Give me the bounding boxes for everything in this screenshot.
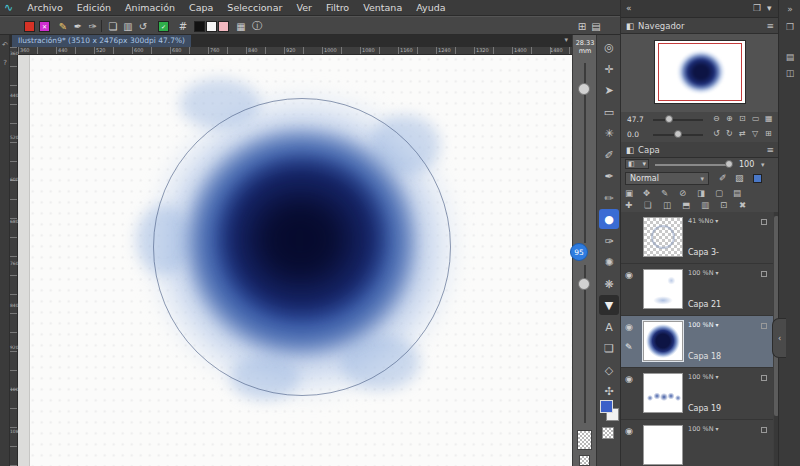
merge-layer-icon[interactable]: ▥ — [701, 200, 709, 210]
red-color-chip[interactable] — [24, 21, 35, 32]
layer-thumbnail[interactable] — [643, 373, 683, 413]
layer-thumbnail[interactable] — [643, 425, 683, 465]
canvas-viewport[interactable] — [18, 55, 572, 466]
collapse-panels-icon[interactable]: « — [626, 3, 632, 13]
pen-icon[interactable]: ✒ — [71, 19, 85, 33]
window-dock-icon[interactable]: ❐ — [779, 22, 800, 32]
lock-move-icon[interactable]: ✥ — [643, 188, 650, 198]
rotate-right-button[interactable]: ↻ — [726, 129, 733, 138]
rotate-icon[interactable]: ↺ — [136, 19, 150, 33]
black-color-chip[interactable] — [194, 21, 205, 32]
eyedropper-tool[interactable]: ✐ — [599, 145, 619, 165]
draft-pen-icon[interactable]: ✐ — [719, 173, 727, 183]
flip-horizontal-button[interactable]: ⇄ — [739, 129, 746, 138]
layer-mask-icon[interactable]: ▨ — [735, 173, 744, 183]
transparency-swatch[interactable] — [577, 430, 592, 450]
document-tab[interactable]: Ilustración9* (3510 x 2476px 300dpi 47.7… — [12, 35, 191, 47]
layer-row[interactable]: 41 %No▾ Capa 3- — [621, 212, 773, 264]
clip-below-icon[interactable]: ▣ — [625, 188, 633, 198]
navigator-view-frame[interactable] — [658, 43, 742, 101]
layer-thumbnail[interactable] — [643, 321, 683, 361]
menu-filtro[interactable]: Filtro — [319, 2, 356, 13]
hand-tool[interactable]: ✣ — [599, 381, 619, 401]
panel-caret-icon[interactable]: ▾ — [767, 3, 772, 13]
zoom-in-button[interactable]: ⊕ — [726, 114, 733, 123]
green-color-chip[interactable]: ✓ — [158, 21, 169, 32]
layout-icon[interactable]: ▥ — [121, 19, 135, 33]
layer-select-box[interactable] — [761, 427, 767, 433]
lock-transparent-icon[interactable]: ⊘ — [679, 188, 686, 198]
selection-tool[interactable]: ▭ — [599, 102, 619, 122]
grid-icon[interactable]: ▦ — [234, 19, 248, 33]
blend-mode-dropdown[interactable]: Normal ▾ — [625, 172, 709, 185]
visibility-eye-icon[interactable]: ◉ — [625, 322, 633, 332]
zoom-out-button[interactable]: ⊖ — [713, 114, 720, 123]
auto-select-tool[interactable]: ✳ — [599, 123, 619, 143]
create-mask-icon[interactable]: ⊡ — [720, 200, 727, 210]
brush-size-slider-thumb[interactable] — [578, 83, 590, 95]
subtool-dock-icon[interactable]: ▤ — [779, 52, 800, 62]
rotation-slider-thumb[interactable] — [674, 130, 682, 138]
layer-opacity-slider-thumb[interactable] — [725, 160, 733, 168]
panel-list-icon[interactable]: ◧ — [626, 21, 634, 31]
info-icon[interactable]: ⓘ — [250, 19, 264, 33]
text-tool[interactable]: A — [599, 317, 619, 337]
rotate-left-button[interactable]: ↺ — [713, 129, 720, 138]
pink-color-chip[interactable] — [218, 21, 229, 32]
new-layer-icon[interactable]: ✚ — [625, 200, 632, 210]
effect-combo[interactable]: ◧ ▾ — [625, 159, 649, 169]
layer-select-box[interactable] — [761, 375, 767, 381]
watercolor-tool-selected[interactable]: ● — [599, 209, 619, 229]
expand-panels-icon[interactable]: » — [779, 4, 800, 14]
new-vector-layer-icon[interactable]: ❏ — [644, 200, 652, 210]
layer-row[interactable]: ◉ 100 %N▾ Capa 19 — [621, 368, 773, 420]
brush-opacity-slider-thumb[interactable] — [578, 278, 590, 290]
material-palette-handle[interactable]: ‹ — [772, 318, 786, 358]
pencil-icon[interactable]: ✎ — [56, 19, 70, 33]
delete-layer-icon[interactable]: ✖ — [739, 200, 746, 210]
reset-view-button[interactable]: ⊞ — [765, 129, 772, 138]
menu-ventana[interactable]: Ventana — [356, 2, 409, 13]
panel-layout-icon[interactable]: ⊞ — [575, 19, 589, 33]
layer-row-selected[interactable]: ◉ ✎ 100 %N▾ Capa 18 — [621, 316, 773, 368]
decoration-tool[interactable]: ❋ — [599, 274, 619, 294]
draft-layer-icon[interactable]: ▢ — [715, 188, 723, 198]
pen-tool[interactable]: ✒ — [599, 166, 619, 186]
layers-menu-icon[interactable]: ≡ — [766, 145, 774, 155]
zoom-tool[interactable]: ◎ — [599, 37, 619, 57]
visibility-eye-icon[interactable]: ◉ — [625, 270, 633, 280]
layer-thumbnail[interactable] — [643, 269, 683, 309]
layer-select-box[interactable] — [761, 219, 767, 225]
reference-layer-icon[interactable]: ◨ — [697, 188, 705, 198]
figure-tool[interactable]: ◇ — [599, 360, 619, 380]
canvas-page[interactable] — [29, 55, 572, 466]
menu-ver[interactable]: Ver — [289, 2, 319, 13]
transparency-swatch-small[interactable] — [579, 455, 590, 466]
navigator-preview[interactable] — [654, 40, 746, 104]
airbrush-tool[interactable]: ✺ — [599, 252, 619, 272]
zoom-slider-thumb[interactable] — [665, 115, 673, 123]
menu-animacion[interactable]: Animación — [118, 2, 182, 13]
layer-opacity-slider[interactable] — [655, 164, 731, 166]
foreground-color-swatch[interactable] — [600, 400, 613, 413]
units-icon[interactable]: # — [176, 19, 190, 33]
eraser-tool[interactable]: ▼ — [599, 295, 619, 315]
zoom-slider[interactable] — [653, 119, 703, 121]
layer-thumbnail[interactable] — [643, 217, 683, 257]
new-folder-icon[interactable]: ◫ — [663, 200, 671, 210]
menu-edicion[interactable]: Edición — [70, 2, 118, 13]
lock-edit-icon[interactable]: ✎ — [661, 188, 668, 198]
transfer-layer-icon[interactable]: ⬒ — [682, 200, 690, 210]
opacity-caret-icon[interactable]: ▾ — [761, 161, 765, 169]
panel-list-icon[interactable]: ◧ — [626, 145, 634, 155]
operation-tool[interactable]: ➤ — [599, 80, 619, 100]
brush-icon[interactable]: ✑ — [86, 19, 100, 33]
white-color-chip[interactable] — [206, 21, 217, 32]
ruler-range-icon[interactable]: ▤ — [733, 188, 741, 198]
layer-row[interactable]: ◉ 100 %N▾ Capa 21 — [621, 264, 773, 316]
visibility-eye-icon[interactable]: ◉ — [625, 426, 633, 436]
menu-ayuda[interactable]: Ayuda — [409, 2, 452, 13]
layer-color-chip[interactable] — [753, 174, 762, 183]
brush-tool[interactable]: ✑ — [599, 231, 619, 251]
move-tool[interactable]: ✛ — [599, 59, 619, 79]
